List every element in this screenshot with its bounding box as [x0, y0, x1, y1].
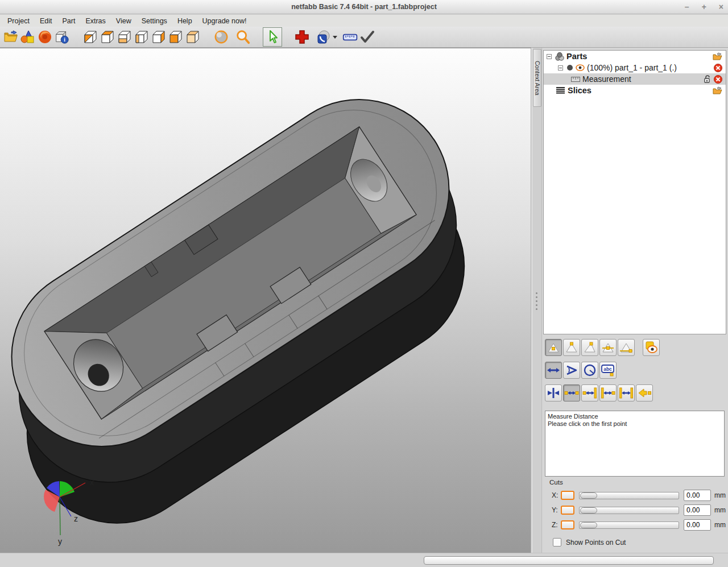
cut-x-slider-thumb[interactable] [580, 492, 597, 499]
viewport-3d[interactable]: x y z [0, 48, 531, 553]
cuts-group: Cuts X: mm Y: mm Z: [545, 479, 726, 547]
snap-triangle-center-button[interactable] [545, 339, 562, 356]
view-bottom-button[interactable] [116, 28, 133, 45]
snap-base-line-button[interactable] [618, 339, 635, 356]
view-bottom-icon [117, 29, 133, 45]
view-isometric-button[interactable] [82, 28, 99, 45]
menu-help[interactable]: Help [172, 16, 197, 26]
cut-y-slider[interactable] [579, 507, 679, 514]
maximize-button[interactable]: + [702, 0, 706, 14]
snap-mode-row [545, 339, 660, 356]
parts-label: Parts [566, 52, 587, 61]
info-cube-icon: i [54, 29, 70, 45]
point-to-plane-button[interactable] [581, 384, 598, 402]
ruler-icon [342, 29, 358, 45]
cut-y-toggle-button[interactable] [561, 506, 574, 515]
part-3d-model: x y z [0, 48, 531, 553]
context-area-tab[interactable]: Context Area [533, 49, 541, 107]
last-point-arrow-icon [637, 387, 652, 399]
axis-z-label: z [74, 514, 78, 523]
remove-part-icon[interactable] [714, 64, 722, 72]
collapse-icon[interactable] [558, 65, 563, 71]
center-cross-icon [546, 387, 561, 399]
snap-edge-point-button[interactable] [581, 339, 598, 356]
cut-z-value-input[interactable] [684, 519, 711, 531]
minimize-button[interactable]: – [685, 0, 689, 14]
part-info-button[interactable]: i [53, 28, 71, 45]
part-item-label: (100%) part_1 - part_1 (.) [587, 63, 677, 72]
view-right-button[interactable] [150, 28, 167, 45]
show-points-checkbox[interactable] [553, 538, 561, 547]
cut-dropdown-icon[interactable] [333, 36, 337, 39]
tree-row-slices[interactable]: Slices [544, 85, 726, 96]
cut-x-toggle-button[interactable] [561, 491, 574, 500]
menu-view[interactable]: View [111, 16, 136, 26]
view-front-icon [168, 29, 184, 45]
zoom-button[interactable] [234, 28, 251, 45]
view-top-button[interactable] [99, 28, 116, 45]
menu-bar: Project Edit Part Extras View Settings H… [0, 15, 728, 27]
splitter-handle[interactable] [535, 292, 538, 312]
menu-settings[interactable]: Settings [136, 16, 172, 26]
repair-button[interactable] [36, 28, 53, 45]
snap-edge-line-button[interactable] [599, 339, 617, 356]
cut-y-slider-thumb[interactable] [580, 507, 597, 514]
measure-distance-button[interactable] [545, 362, 562, 379]
cut-z-toggle-button[interactable] [561, 520, 574, 529]
last-point-button[interactable] [636, 384, 653, 402]
menu-project[interactable]: Project [2, 16, 35, 26]
cut-z-slider[interactable] [579, 522, 679, 529]
plane-to-plane-button[interactable] [618, 384, 635, 402]
select-button[interactable] [263, 27, 282, 47]
point-to-plane-icon [582, 387, 597, 399]
snap-vertex-button[interactable] [563, 339, 580, 356]
parts-group-icon [555, 52, 564, 61]
view-front-button[interactable] [167, 28, 184, 45]
cut-y-value-input[interactable] [684, 504, 711, 516]
cut-x-slider[interactable] [579, 492, 679, 499]
part-status-dot-icon [566, 64, 573, 71]
view-left-button[interactable] [133, 28, 150, 45]
tree-row-parts[interactable]: Parts [544, 51, 726, 62]
zoom-fit-button[interactable] [213, 28, 230, 45]
cut-y-unit: mm [714, 506, 726, 514]
menu-upgrade[interactable]: Upgrade now! [197, 16, 252, 26]
svg-text:abc: abc [603, 366, 612, 372]
open-folder-icon[interactable] [713, 52, 722, 60]
cuts-label: Cuts [549, 479, 726, 486]
menu-extras[interactable]: Extras [80, 16, 110, 26]
show-measure-points-button[interactable] [643, 339, 660, 356]
view-isometric-icon [82, 29, 98, 45]
add-part-button[interactable] [19, 28, 36, 45]
collapse-icon[interactable] [547, 54, 552, 59]
plane-to-plane-icon [619, 387, 634, 399]
lock-icon[interactable] [704, 75, 712, 83]
repair-swirl-icon [37, 29, 53, 45]
menu-part[interactable]: Part [57, 16, 80, 26]
cut-x-unit: mm [714, 491, 726, 499]
close-button[interactable]: × [719, 0, 723, 14]
measure-button[interactable] [342, 28, 359, 45]
add-measurement-button[interactable] [293, 28, 311, 45]
point-snap-center-button[interactable] [545, 384, 562, 402]
visibility-eye-icon[interactable] [576, 64, 585, 71]
cut-sphere-button[interactable] [315, 28, 332, 45]
open-button[interactable] [2, 28, 19, 45]
apply-button[interactable] [359, 28, 376, 45]
cut-z-slider-thumb[interactable] [580, 522, 597, 528]
measure-mode-row: abc [545, 362, 617, 379]
red-plus-icon [294, 29, 310, 45]
tree-row-measurement[interactable]: Measurement [544, 73, 726, 85]
measure-label-button[interactable]: abc [599, 362, 617, 379]
remove-measurement-icon[interactable] [714, 75, 722, 84]
menu-edit[interactable]: Edit [35, 16, 57, 26]
measure-radius-button[interactable] [581, 362, 598, 379]
view-back-button[interactable] [184, 28, 201, 45]
plane-to-point-button[interactable] [599, 384, 617, 402]
tree-row-part1[interactable]: (100%) part_1 - part_1 (.) [544, 62, 726, 73]
measure-angle-button[interactable] [563, 362, 580, 379]
cut-x-value-input[interactable] [684, 490, 711, 501]
slices-icon [556, 86, 565, 94]
point-to-point-button[interactable] [563, 384, 580, 402]
open-folder-icon[interactable] [713, 86, 722, 94]
